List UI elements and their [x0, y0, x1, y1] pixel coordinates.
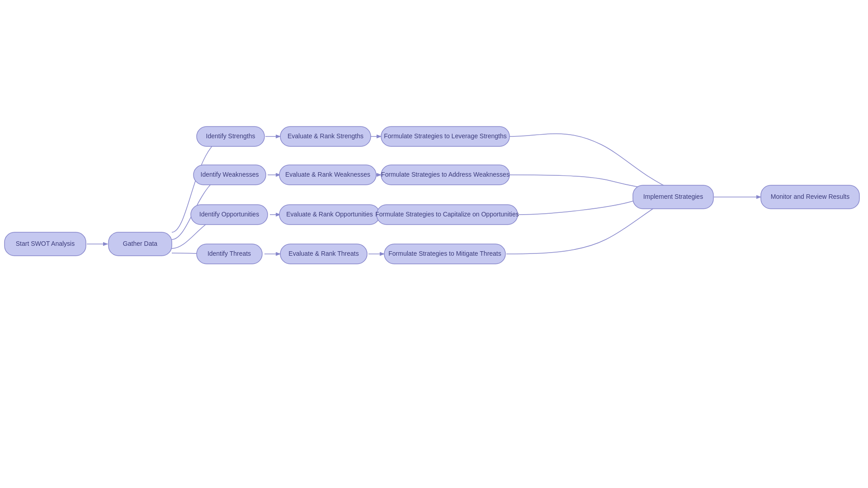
- id-opportunities-label: Identify Opportunities: [199, 211, 259, 218]
- id-threats-label: Identify Threats: [208, 250, 251, 257]
- id-strengths-label: Identify Strengths: [206, 132, 255, 140]
- ev-opportunities-label: Evaluate & Rank Opportunities: [286, 211, 373, 218]
- form-threats-label: Formulate Strategies to Mitigate Threats: [388, 250, 501, 257]
- id-weaknesses-label: Identify Weaknesses: [201, 171, 259, 178]
- form-opportunities-label: Formulate Strategies to Capitalize on Op…: [375, 211, 519, 218]
- ev-strengths-label: Evaluate & Rank Strengths: [288, 132, 363, 140]
- ev-threats-label: Evaluate & Rank Threats: [288, 250, 359, 257]
- ev-weaknesses-label: Evaluate & Rank Weaknesses: [285, 171, 370, 178]
- start-label: Start SWOT Analysis: [16, 240, 75, 247]
- implement-label: Implement Strategies: [643, 193, 703, 200]
- monitor-label: Monitor and Review Results: [771, 193, 849, 200]
- form-weaknesses-label: Formulate Strategies to Address Weakness…: [381, 171, 509, 178]
- form-strengths-label: Formulate Strategies to Leverage Strengt…: [384, 132, 507, 140]
- gather-label: Gather Data: [123, 240, 157, 247]
